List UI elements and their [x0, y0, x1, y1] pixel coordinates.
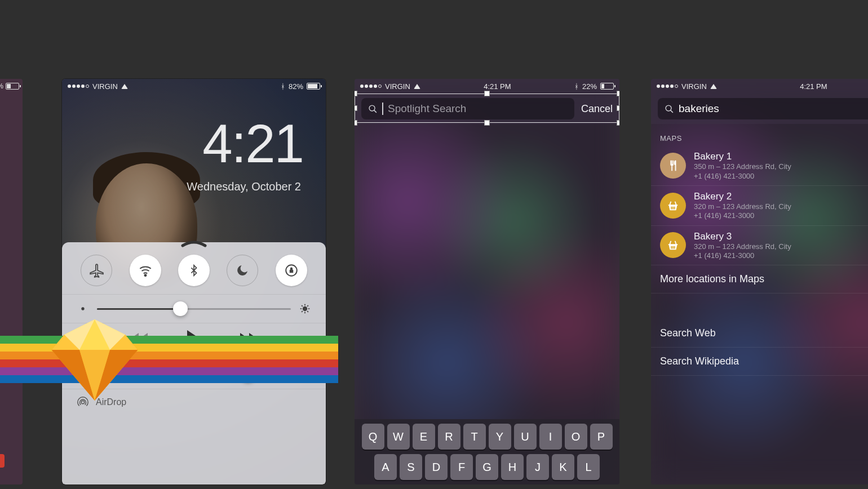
- key-s[interactable]: S: [400, 454, 422, 480]
- svg-point-3: [303, 307, 307, 311]
- result-title: Bakery 1: [694, 150, 791, 162]
- signal-dots-icon: [657, 85, 678, 88]
- result-address: 320 m – 123 Address Rd, City: [694, 202, 791, 211]
- text-caret: [382, 103, 383, 115]
- search-web-button[interactable]: Search Web: [651, 319, 868, 348]
- key-y[interactable]: Y: [489, 424, 511, 450]
- wifi-toggle[interactable]: [130, 255, 161, 286]
- carrier-label: VIRGIN: [385, 82, 410, 91]
- key-j[interactable]: J: [526, 454, 549, 480]
- result-phone: +1 (416) 421-3000: [694, 211, 791, 220]
- status-time: 4:21 PM: [484, 82, 511, 91]
- status-bar: VIRGIN 4:21 PM: [651, 79, 868, 94]
- key-p[interactable]: P: [590, 424, 613, 450]
- keyboard-row-1: QWERTYUIOP: [357, 424, 617, 450]
- key-a[interactable]: A: [374, 454, 397, 480]
- section-header-maps: MAPS: [651, 128, 868, 146]
- more-in-maps-button[interactable]: More locations in Maps: [651, 265, 868, 294]
- status-bar: VIRGIN 4:21 PM ᚼ 22%: [355, 79, 619, 94]
- key-d[interactable]: D: [425, 454, 448, 480]
- sketch-logo-icon: [44, 304, 145, 406]
- signal-dots-icon: [68, 85, 89, 88]
- status-bar-edge: %: [0, 82, 19, 90]
- search-icon: [665, 104, 674, 114]
- dnd-toggle[interactable]: [227, 255, 258, 286]
- battery-pct: 22%: [582, 82, 597, 91]
- carrier-label: VIRGIN: [92, 82, 118, 91]
- wifi-icon: [121, 84, 128, 89]
- search-icon: [368, 104, 378, 114]
- artboard-spotlight-results[interactable]: Spotlight Results VIRGIN 4:21 PM bakerie…: [651, 79, 868, 484]
- bluetooth-toggle[interactable]: [178, 255, 210, 286]
- bluetooth-icon: ᚼ: [281, 82, 285, 91]
- result-title: Bakery 2: [694, 190, 791, 202]
- battery-icon: [307, 83, 320, 90]
- svg-point-6: [666, 105, 671, 111]
- wifi-icon: [710, 84, 717, 89]
- cancel-button[interactable]: Cancel: [581, 103, 613, 115]
- result-row[interactable]: Bakery 2320 m – 123 Address Rd, City+1 (…: [651, 186, 868, 226]
- result-address: 320 m – 123 Address Rd, City: [694, 242, 791, 251]
- battery-pct: %: [0, 82, 3, 90]
- search-input[interactable]: bakeries: [658, 98, 868, 119]
- key-o[interactable]: O: [565, 424, 587, 450]
- result-row[interactable]: Bakery 1350 m – 123 Address Rd, City+1 (…: [651, 146, 868, 186]
- result-row[interactable]: Bakery 3320 m – 123 Address Rd, City+1 (…: [651, 226, 868, 266]
- status-time: 4:21 PM: [800, 82, 827, 91]
- toggle-row: [62, 242, 326, 294]
- wifi-icon: [414, 84, 420, 89]
- signal-dots-icon: [360, 85, 382, 88]
- carrier-label: VIRGIN: [681, 82, 707, 91]
- battery-icon: [6, 83, 19, 90]
- key-w[interactable]: W: [387, 424, 410, 450]
- result-phone: +1 (416) 421-3000: [694, 172, 791, 181]
- search-query: bakeries: [679, 103, 719, 115]
- keyboard[interactable]: QWERTYUIOP ASDFGHJKL: [355, 419, 619, 484]
- battery-pct: 82%: [289, 82, 303, 91]
- search-placeholder: Spotlight Search: [388, 103, 466, 115]
- airplane-toggle[interactable]: [81, 255, 112, 286]
- basket-icon: [660, 193, 686, 219]
- basket-icon: [660, 232, 686, 258]
- battery-icon: [600, 83, 614, 90]
- key-u[interactable]: U: [514, 424, 537, 450]
- lock-time: 4:21: [202, 113, 303, 175]
- search-wikipedia-button[interactable]: Search Wikipedia: [651, 348, 868, 376]
- key-q[interactable]: Q: [362, 424, 384, 450]
- results-list: MAPS Bakery 1350 m – 123 Address Rd, Cit…: [651, 128, 868, 376]
- search-bar: Spotlight Search Cancel: [355, 94, 619, 124]
- result-title: Bakery 3: [694, 230, 791, 242]
- status-bar: VIRGIN ᚼ 82%: [62, 79, 326, 94]
- artboard-spotlight-search[interactable]: Spotlight Search VIRGIN 4:21 PM ᚼ 22% Sp…: [355, 79, 619, 484]
- search-bar: bakeries: [651, 94, 868, 124]
- key-r[interactable]: R: [438, 424, 460, 450]
- fork-knife-icon: [660, 153, 686, 179]
- artboard-control-centre[interactable]: Control Centre VIRGIN ᚼ 82% 4:21 Wednesd…: [62, 79, 326, 484]
- rotation-lock-toggle[interactable]: [276, 255, 307, 286]
- search-input[interactable]: Spotlight Search: [361, 98, 574, 119]
- key-l[interactable]: L: [577, 454, 600, 480]
- key-e[interactable]: E: [413, 424, 435, 450]
- svg-point-5: [369, 105, 375, 111]
- lock-date: Wednesday, October 2: [187, 180, 301, 193]
- brightness-high-icon: [299, 303, 311, 315]
- bluetooth-icon: ᚼ: [574, 82, 579, 91]
- key-g[interactable]: G: [476, 454, 498, 480]
- key-h[interactable]: H: [501, 454, 524, 480]
- red-badge: 12: [0, 454, 5, 468]
- keyboard-row-2: ASDFGHJKL: [357, 454, 617, 480]
- artboard-edge: % 12: [0, 79, 23, 484]
- key-i[interactable]: I: [539, 424, 562, 450]
- grabber-icon[interactable]: [180, 239, 207, 248]
- result-address: 350 m – 123 Address Rd, City: [694, 162, 791, 171]
- result-phone: +1 (416) 421-3000: [694, 251, 791, 260]
- svg-point-0: [144, 274, 146, 276]
- key-t[interactable]: T: [463, 424, 486, 450]
- key-f[interactable]: F: [450, 454, 473, 480]
- key-k[interactable]: K: [552, 454, 574, 480]
